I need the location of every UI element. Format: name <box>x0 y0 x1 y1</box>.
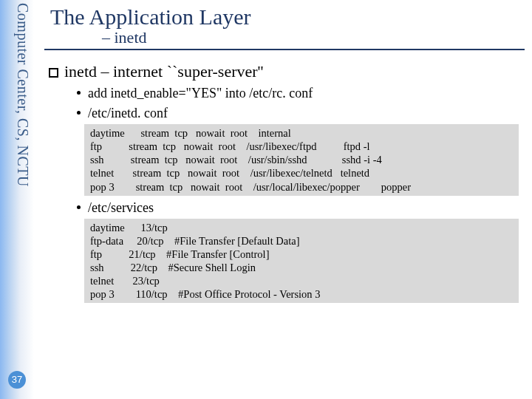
sub-bullet-1: add inetd_enable="YES" into /etc/rc. con… <box>77 86 525 101</box>
slide-title: The Application Layer <box>50 4 525 30</box>
slide-content: The Application Layer – inetd inetd – in… <box>44 4 525 307</box>
sub-bullet-1-text: add inetd_enable="YES" into /etc/rc. con… <box>88 86 313 100</box>
dot-bullet-icon <box>77 205 81 209</box>
sidebar-org-label: Computer Center, CS, NCTU <box>14 3 31 399</box>
sub-bullet-2-text: /etc/inetd. conf <box>88 106 168 120</box>
title-divider <box>44 49 525 50</box>
sidebar-gradient: Computer Center, CS, NCTU 37 <box>0 0 34 399</box>
sub-bullet-2: /etc/inetd. conf <box>77 106 525 121</box>
dot-bullet-icon <box>77 111 81 115</box>
services-code: daytime 13/tcp ftp-data 20/tcp #File Tra… <box>84 219 519 304</box>
main-bullet-text: inetd – internet ``super-server'' <box>64 62 264 81</box>
square-bullet-icon <box>49 68 58 78</box>
slide-subtitle: – inetd <box>102 28 525 47</box>
inetd-conf-code: daytime stream tcp nowait root internal … <box>84 124 519 196</box>
sub-bullet-3: /etc/services <box>77 200 525 216</box>
main-bullet: inetd – internet ``super-server'' <box>49 62 525 81</box>
sub-bullet-3-text: /etc/services <box>88 200 154 215</box>
page-number-badge: 37 <box>8 371 26 389</box>
dot-bullet-icon <box>77 91 81 95</box>
